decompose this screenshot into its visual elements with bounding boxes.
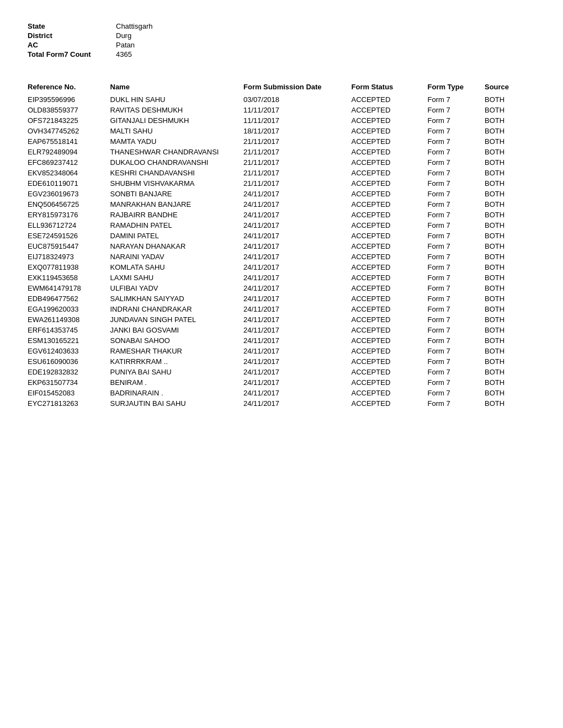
cell-status: ACCEPTED	[352, 262, 428, 272]
district-value: Durg	[116, 31, 131, 40]
table-row: EFC869237412DUKALOO CHANDRAVANSHI21/11/2…	[28, 157, 535, 168]
cell-date: 24/11/2017	[243, 335, 352, 346]
cell-name: NARAYAN DHANAKAR	[110, 241, 244, 251]
cell-type: Form 7	[428, 220, 485, 231]
table-row: EXK119453658LAXMI SAHU24/11/2017ACCEPTED…	[28, 272, 535, 283]
cell-type: Form 7	[428, 126, 485, 136]
cell-status: ACCEPTED	[352, 210, 428, 220]
cell-date: 21/11/2017	[243, 168, 352, 178]
cell-name: JANKI BAI GOSVAMI	[110, 325, 244, 335]
cell-date: 24/11/2017	[243, 356, 352, 367]
cell-name: BENIRAM .	[110, 377, 244, 388]
cell-date: 24/11/2017	[243, 398, 352, 409]
table-row: EXQ077811938KOMLATA SAHU24/11/2017ACCEPT…	[28, 262, 535, 272]
cell-source: BOTH	[485, 356, 535, 367]
cell-ref: EYC271813263	[28, 398, 110, 409]
cell-status: ACCEPTED	[352, 199, 428, 210]
cell-name: SURJAUTIN BAI SAHU	[110, 398, 244, 409]
cell-status: ACCEPTED	[352, 115, 428, 126]
table-row: ELR792489094THANESHWAR CHANDRAVANSI21/11…	[28, 147, 535, 157]
cell-type: Form 7	[428, 147, 485, 157]
table-row: EGA199620033INDRANI CHANDRAKAR24/11/2017…	[28, 304, 535, 314]
cell-name: RAVITAS DESHMUKH	[110, 105, 244, 115]
cell-type: Form 7	[428, 231, 485, 241]
cell-source: BOTH	[485, 178, 535, 189]
cell-type: Form 7	[428, 115, 485, 126]
cell-status: ACCEPTED	[352, 189, 428, 199]
cell-date: 24/11/2017	[243, 304, 352, 314]
header-source: Source	[485, 81, 535, 94]
cell-ref: EGV236019673	[28, 189, 110, 199]
cell-status: ACCEPTED	[352, 136, 428, 147]
district-row: District Durg	[28, 31, 535, 40]
cell-status: ACCEPTED	[352, 231, 428, 241]
table-row: ESM130165221SONABAI SAHOO24/11/2017ACCEP…	[28, 335, 535, 346]
cell-type: Form 7	[428, 189, 485, 199]
cell-source: BOTH	[485, 136, 535, 147]
table-row: EWA261149308JUNDAVAN SINGH PATEL24/11/20…	[28, 314, 535, 325]
cell-type: Form 7	[428, 210, 485, 220]
cell-type: Form 7	[428, 136, 485, 147]
cell-status: ACCEPTED	[352, 356, 428, 367]
cell-name: RAMESHAR THAKUR	[110, 346, 244, 356]
info-section: State Chattisgarh District Durg AC Patan…	[28, 22, 535, 58]
cell-status: ACCEPTED	[352, 220, 428, 231]
cell-type: Form 7	[428, 388, 485, 398]
cell-date: 24/11/2017	[243, 272, 352, 283]
cell-source: BOTH	[485, 251, 535, 262]
cell-date: 21/11/2017	[243, 147, 352, 157]
cell-type: Form 7	[428, 105, 485, 115]
cell-source: BOTH	[485, 168, 535, 178]
cell-date: 11/11/2017	[243, 115, 352, 126]
cell-date: 18/11/2017	[243, 126, 352, 136]
table-row: ERF614353745JANKI BAI GOSVAMI24/11/2017A…	[28, 325, 535, 335]
table-row: EYC271813263SURJAUTIN BAI SAHU24/11/2017…	[28, 398, 535, 409]
table-row: EIP395596996DUKL HIN SAHU03/07/2018ACCEP…	[28, 94, 535, 105]
cell-type: Form 7	[428, 346, 485, 356]
cell-source: BOTH	[485, 220, 535, 231]
cell-source: BOTH	[485, 346, 535, 356]
cell-status: ACCEPTED	[352, 168, 428, 178]
cell-name: MALTI SAHU	[110, 126, 244, 136]
cell-ref: EIP395596996	[28, 94, 110, 105]
cell-source: BOTH	[485, 293, 535, 304]
cell-name: MAMTA YADU	[110, 136, 244, 147]
cell-name: KATIRRRKRAM ..	[110, 356, 244, 367]
cell-source: BOTH	[485, 398, 535, 409]
cell-status: ACCEPTED	[352, 377, 428, 388]
cell-ref: EDE192832832	[28, 367, 110, 377]
cell-date: 21/11/2017	[243, 157, 352, 168]
cell-name: THANESHWAR CHANDRAVANSI	[110, 147, 244, 157]
cell-ref: EFC869237412	[28, 157, 110, 168]
table-row: EGV236019673SONBTI BANJARE24/11/2017ACCE…	[28, 189, 535, 199]
cell-type: Form 7	[428, 262, 485, 272]
cell-ref: OLD838559377	[28, 105, 110, 115]
state-label: State	[28, 22, 116, 30]
cell-status: ACCEPTED	[352, 147, 428, 157]
district-label: District	[28, 31, 116, 40]
cell-name: GITANJALI DESHMUKH	[110, 115, 244, 126]
cell-ref: EDE610119071	[28, 178, 110, 189]
table-row: EUC875915447NARAYAN DHANAKAR24/11/2017AC…	[28, 241, 535, 251]
cell-source: BOTH	[485, 105, 535, 115]
cell-type: Form 7	[428, 293, 485, 304]
data-table: Reference No. Name Form Submission Date …	[28, 81, 535, 409]
cell-ref: EIF015452083	[28, 388, 110, 398]
cell-date: 24/11/2017	[243, 199, 352, 210]
cell-status: ACCEPTED	[352, 251, 428, 262]
cell-name: LAXMI SAHU	[110, 272, 244, 283]
cell-type: Form 7	[428, 241, 485, 251]
table-row: EIJ718324973NARAINI YADAV24/11/2017ACCEP…	[28, 251, 535, 262]
cell-source: BOTH	[485, 377, 535, 388]
cell-date: 21/11/2017	[243, 178, 352, 189]
table-row: EKV852348064KESHRI CHANDAVANSHI21/11/201…	[28, 168, 535, 178]
header-status: Form Status	[352, 81, 428, 94]
cell-date: 24/11/2017	[243, 346, 352, 356]
cell-ref: ESM130165221	[28, 335, 110, 346]
cell-date: 24/11/2017	[243, 231, 352, 241]
cell-type: Form 7	[428, 157, 485, 168]
header-ref: Reference No.	[28, 81, 110, 94]
cell-source: BOTH	[485, 126, 535, 136]
cell-name: DAMINI PATEL	[110, 231, 244, 241]
cell-status: ACCEPTED	[352, 367, 428, 377]
